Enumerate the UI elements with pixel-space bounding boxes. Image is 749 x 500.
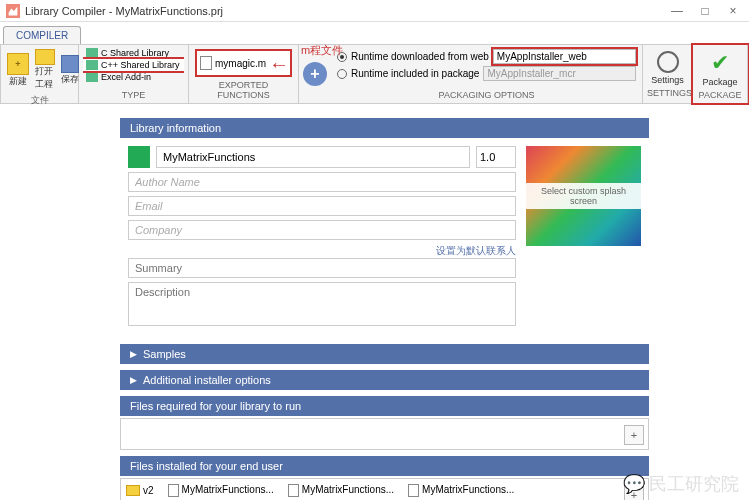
new-button[interactable]: +新建 — [5, 51, 31, 90]
section-installed-files[interactable]: Files installed for your end user — [120, 456, 649, 476]
ribbon-group-package: ✔Package PACKAGE — [693, 45, 748, 103]
window-controls: — □ × — [667, 4, 743, 18]
file-icon — [288, 484, 299, 497]
annotation-arrow: ← — [269, 53, 289, 76]
email-input[interactable] — [128, 196, 516, 216]
check-icon: ✔ — [708, 51, 732, 75]
package-button[interactable]: ✔Package — [697, 47, 743, 89]
titlebar: Library Compiler - MyMatrixFunctions.prj… — [0, 0, 749, 22]
file-icon — [408, 484, 419, 497]
folder-icon — [35, 49, 55, 65]
folder-icon — [126, 485, 140, 496]
window-title: Library Compiler - MyMatrixFunctions.prj — [25, 5, 667, 17]
tab-compiler[interactable]: COMPILER — [3, 26, 81, 44]
installed-files-area: v2 MyMatrixFunctions... MyMatrixFunction… — [120, 478, 649, 500]
group-label-type: TYPE — [83, 89, 184, 101]
library-info-panel: 设置为默认联系人 Select custom splash screen — [120, 138, 649, 338]
library-icon[interactable] — [128, 146, 150, 168]
group-label-settings: SETTINGS — [647, 87, 688, 99]
type-c-shared[interactable]: C Shared Library — [83, 47, 184, 59]
type-cpp-shared[interactable]: C++ Shared Library — [83, 59, 184, 71]
ribbon: ← m程文件 +新建 打开工程 保存 文件 C Shared Library C… — [0, 44, 749, 104]
section-library-info[interactable]: Library information — [120, 118, 649, 138]
group-label-exported: EXPORTED FUNCTIONS — [193, 79, 294, 101]
file-icon — [200, 56, 212, 70]
chevron-right-icon: ▶ — [130, 375, 137, 385]
installed-file-2[interactable]: MyMatrixFunctions... — [288, 484, 394, 497]
summary-input[interactable] — [128, 258, 516, 278]
group-label-file: 文件 — [5, 93, 74, 108]
save-button[interactable]: 保存 — [59, 53, 81, 88]
installed-file-1[interactable]: MyMatrixFunctions... — [168, 484, 274, 497]
lib-icon — [86, 60, 98, 70]
version-input[interactable] — [476, 146, 516, 168]
splash-screen-selector[interactable]: Select custom splash screen — [526, 146, 641, 246]
company-input[interactable] — [128, 220, 516, 240]
section-required-files[interactable]: Files required for your library to run — [120, 396, 649, 416]
add-required-file-button[interactable]: + — [624, 425, 644, 445]
close-button[interactable]: × — [723, 4, 743, 18]
annotation-label: m程文件 — [301, 43, 343, 58]
section-additional-options[interactable]: ▶Additional installer options — [120, 370, 649, 390]
group-label-packaging: PACKAGING OPTIONS — [335, 89, 638, 101]
group-label-package: PACKAGE — [697, 89, 743, 101]
default-contact-link[interactable]: 设置为默认联系人 — [128, 244, 516, 258]
gear-icon — [657, 51, 679, 73]
ribbon-group-settings: Settings SETTINGS — [643, 45, 693, 103]
chevron-right-icon: ▶ — [130, 349, 137, 359]
disk-icon — [61, 55, 79, 73]
radio-runtime-included[interactable] — [337, 69, 347, 79]
section-samples[interactable]: ▶Samples — [120, 344, 649, 364]
watermark: 💬 民工研究院 — [623, 472, 739, 496]
required-files-area: + — [120, 418, 649, 450]
installer-mcr-name — [483, 66, 636, 81]
folder-v2[interactable]: v2 — [126, 485, 154, 497]
tab-strip: COMPILER — [0, 22, 749, 44]
description-input[interactable] — [128, 282, 516, 326]
ribbon-group-file: +新建 打开工程 保存 文件 — [1, 45, 79, 103]
lib-icon — [86, 48, 98, 58]
file-icon — [168, 484, 179, 497]
maximize-button[interactable]: □ — [695, 4, 715, 18]
open-button[interactable]: 打开工程 — [33, 47, 57, 93]
author-input[interactable] — [128, 172, 516, 192]
type-excel-addin[interactable]: Excel Add-in — [83, 71, 184, 83]
plus-icon: + — [7, 53, 29, 75]
ribbon-group-type: C Shared Library C++ Shared Library Exce… — [79, 45, 189, 103]
lib-icon — [86, 72, 98, 82]
type-list[interactable]: C Shared Library C++ Shared Library Exce… — [83, 47, 184, 89]
minimize-button[interactable]: — — [667, 4, 687, 18]
library-name-input[interactable] — [156, 146, 470, 168]
installer-web-name[interactable] — [493, 49, 636, 64]
ribbon-group-packaging: Runtime downloaded from web Runtime incl… — [331, 45, 643, 103]
app-icon — [6, 4, 20, 18]
settings-button[interactable]: Settings — [647, 47, 688, 87]
add-file-button[interactable]: + — [303, 62, 327, 86]
installed-file-3[interactable]: MyMatrixFunctions... — [408, 484, 514, 497]
main-area: Library information 设置为默认联系人 Select cust… — [0, 104, 749, 500]
